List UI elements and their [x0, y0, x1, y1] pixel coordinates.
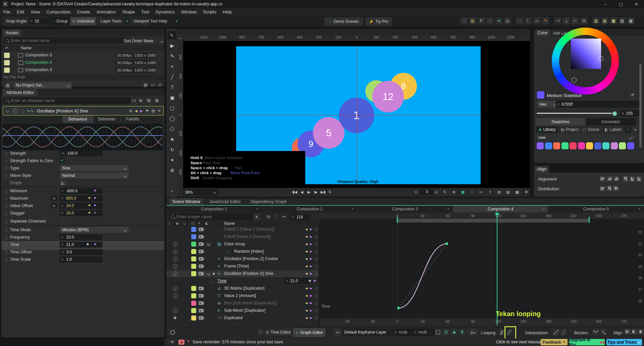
align-center-h-button[interactable] [606, 176, 612, 182]
solo-circle-icon[interactable] [315, 243, 318, 246]
key-align-right-button[interactable] [638, 329, 644, 335]
layer-tag-icon[interactable] [199, 316, 204, 320]
f-frame-icon[interactable]: F [478, 17, 485, 24]
next-connection-icon[interactable]: ▶ [140, 109, 143, 113]
layer-enabled-check[interactable]: ✓ [173, 271, 178, 276]
crescent-icon[interactable]: ☾ [525, 17, 532, 24]
alpha-slider-knob[interactable] [612, 111, 618, 116]
snap-angle-input[interactable]: # 15 [29, 18, 50, 24]
artboard-tool-icon[interactable]: ▣ [168, 93, 177, 102]
skip-end-icon[interactable]: ▶▮ [320, 189, 326, 195]
bezier-break-button[interactable] [600, 329, 607, 336]
current-frame-field[interactable]: F 119 [290, 214, 310, 220]
connection-out-icon[interactable]: ▶ [310, 272, 312, 275]
menu-scripts[interactable]: Scripts [203, 9, 216, 14]
connection-in-icon[interactable]: ◀ [305, 272, 308, 275]
playhead-line[interactable] [497, 213, 497, 326]
connection-in-icon[interactable]: ◀ [88, 203, 90, 207]
sv-selector[interactable] [598, 56, 603, 61]
swatch-color[interactable] [619, 142, 626, 149]
layer-tag-icon[interactable] [199, 294, 204, 298]
connection-in-icon[interactable]: ◀ [305, 228, 308, 231]
layer-row[interactable]: Color Array [224, 242, 245, 246]
menu-composition[interactable]: Composition [46, 9, 70, 14]
align-right-icon[interactable]: ⊢ [572, 17, 579, 24]
layer-tag-icon[interactable] [199, 301, 204, 305]
close-button[interactable]: ✕ [629, 2, 644, 7]
solo-circle-icon[interactable] [315, 235, 318, 239]
feedback-button[interactable]: Feedback ✎ [541, 339, 568, 345]
status-drag-handle[interactable]: ⋮ [166, 340, 170, 344]
target-dots-icon[interactable]: ◎ [504, 17, 511, 24]
attribute-connector-radio[interactable] [5, 236, 8, 239]
group-mode-button[interactable]: ∷ Group [50, 17, 70, 25]
maximize-button[interactable]: ▢ [613, 2, 629, 7]
layer-tag-icon[interactable] [199, 257, 204, 261]
collapse-chevron-icon[interactable] [6, 109, 9, 112]
text-keys-button[interactable]: T [459, 329, 466, 336]
attribute-connector-radio[interactable] [5, 190, 8, 193]
demo-scenes-button[interactable]: ⁘ Demo Scenes [325, 17, 363, 26]
project-set-dropdown[interactable]: No Project Set... [13, 82, 72, 89]
layer-color-swatch[interactable] [191, 308, 196, 313]
layer-visibility-eye-icon[interactable]: ◉ [173, 315, 177, 320]
prev-connection-icon[interactable]: ◀ [135, 109, 138, 113]
layer-color-swatch[interactable] [191, 293, 196, 298]
rotate-tool-icon[interactable]: ↻ [168, 145, 177, 154]
layer-color-swatch[interactable] [191, 286, 196, 291]
prev-frame-icon[interactable]: ◀ [299, 189, 305, 195]
solo-circle-icon[interactable] [315, 316, 318, 320]
select-tool-icon[interactable]: ↖ [167, 31, 176, 40]
close-tab-icon[interactable]: × [543, 207, 545, 211]
attribute-connector-radio[interactable] [5, 204, 8, 208]
layer-row[interactable]: Oscillator [Position.Z] Cosine [224, 256, 278, 261]
connection-out-icon[interactable]: ▶ [310, 242, 312, 246]
align-tab[interactable]: Align [535, 166, 549, 172]
time-value-field[interactable]: #21.0 [284, 278, 309, 284]
menu-dynamics[interactable]: Dynamics [156, 9, 175, 14]
camera-icon[interactable]: ⊙ [413, 189, 419, 195]
connection-out-icon[interactable]: ▶ [94, 189, 97, 192]
close-tab-icon[interactable]: × [638, 207, 640, 211]
layer-search-input[interactable]: Enter a layer name [168, 213, 257, 220]
distribute-icon[interactable]: ⊟ [580, 17, 588, 24]
menu-edit[interactable]: Edit [17, 9, 24, 14]
swatch-toggle-button[interactable] [169, 329, 176, 335]
hex-mode-dropdown[interactable]: Hex [537, 101, 558, 108]
tab-swatches[interactable]: Swatches [535, 118, 586, 126]
graph-canvas[interactable] [320, 219, 644, 318]
layer-row[interactable]: Sub-Mesh [Duplicator] [224, 308, 266, 313]
asset-row[interactable]: Composition 5 [25, 53, 52, 57]
spark-tool-icon[interactable]: ✦ [168, 156, 177, 164]
swatch-set-dropdown[interactable]: new [536, 134, 634, 141]
green-arrow-icon[interactable]: ➜ [495, 17, 502, 24]
layer-tag-icon[interactable] [199, 235, 204, 239]
swatch-color[interactable] [586, 142, 593, 149]
alpha-field[interactable]: A 255 [620, 110, 639, 116]
attribute-dropdown[interactable]: Sine [60, 165, 129, 171]
menu-file[interactable]: File [3, 9, 10, 14]
panel-icon[interactable]: ▤ [469, 17, 476, 24]
swatch-source-scene[interactable]: ▢Scene [582, 126, 600, 133]
swatch-color[interactable] [627, 142, 634, 149]
polygon-tool-icon[interactable]: ⬠ [168, 125, 177, 133]
attribute-connector-radio[interactable] [5, 212, 8, 215]
graph-top-ruler[interactable]: 0306090120150180210240270 [320, 213, 644, 219]
cells-icon[interactable]: ▦ [610, 17, 617, 24]
playhead-marker[interactable] [495, 213, 499, 215]
swatch-color[interactable] [545, 142, 552, 149]
tab-behaviour[interactable]: Behaviour [62, 115, 93, 123]
upgrade-pro-button[interactable]: Upgrade to Pro ◉◉ [569, 339, 605, 345]
connection-in-icon[interactable]: ◀ [305, 264, 308, 268]
ellipsis-icon[interactable]: ⋯ [516, 17, 523, 24]
assets-tab[interactable]: Assets [3, 30, 21, 36]
folder-icon[interactable]: ▤ [496, 189, 502, 195]
rect-tool-icon[interactable]: ▢ [168, 104, 177, 112]
panel-toggle-button[interactable]: ▪ [258, 329, 263, 335]
expand-chevron-icon[interactable] [206, 272, 211, 276]
layer-row[interactable]: Duplicator [224, 315, 243, 320]
menu-icon[interactable]: ▤ [151, 109, 155, 113]
layer-color-swatch[interactable] [191, 315, 196, 320]
asset-color-swatch[interactable] [4, 53, 10, 58]
rows-icon[interactable]: ▤ [601, 17, 608, 24]
